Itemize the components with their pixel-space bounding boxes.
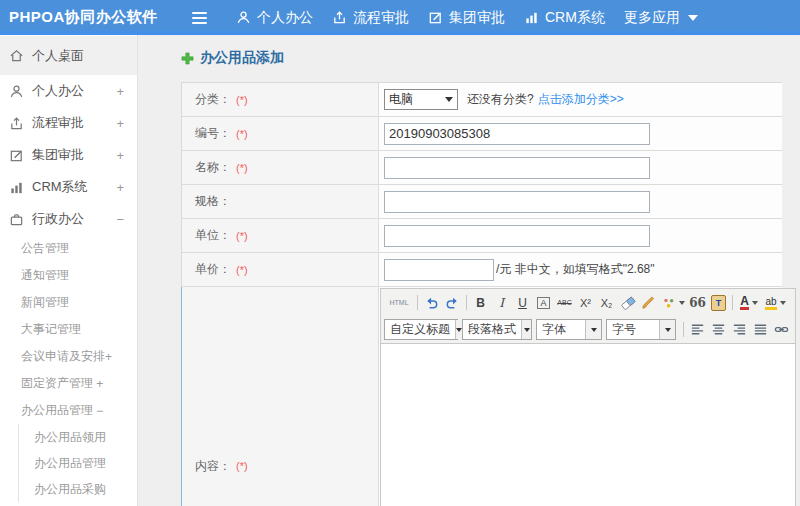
field-label: 编号： [195,125,231,142]
redo-icon[interactable] [442,292,463,313]
expand-minus: − [116,212,124,227]
undo-icon[interactable] [421,292,442,313]
caret-down-icon [659,320,675,339]
editor-toolbar-row2: 自定义标题 段落格式 字体 [381,316,795,343]
caret-down-icon [521,320,531,339]
nav-label: 集团审批 [449,9,505,27]
field-label: 规格： [195,193,231,210]
workflow-icon [332,10,347,25]
expand-plus: + [116,180,124,195]
sidebar-third-level-group: 办公用品领用 办公用品管理 办公用品采购 [18,424,137,502]
sidebar-item-supplies-purchase[interactable]: 办公用品采购 [19,476,137,502]
menu-icon[interactable] [192,8,212,28]
required-marker: (*) [236,128,248,140]
sidebar-subitem-announcement[interactable]: 公告管理 [0,235,137,262]
italic-icon[interactable]: I [491,292,512,313]
sidebar-item-supplies-manage[interactable]: 办公用品管理 [19,450,137,476]
source-code-icon[interactable]: HTML [384,292,414,313]
add-category-link[interactable]: 点击添加分类>> [538,91,624,108]
expand-plus: + [116,84,124,99]
unit-input[interactable] [384,225,650,247]
required-marker: (*) [236,230,248,242]
editor-toolbar-row1: HTML B I U [381,289,795,316]
rich-text-editor: HTML B I U [380,288,796,506]
name-input[interactable] [384,157,650,179]
bold-icon[interactable]: B [470,292,491,313]
nav-personal-office[interactable]: 个人办公 [236,9,313,27]
workflow-icon [9,116,24,131]
sidebar-item-label: 行政办公 [32,210,84,228]
sidebar-subitem-memorabilia[interactable]: 大事记管理 [0,316,137,343]
form-row-price: 单价： (*) /元 非中文，如填写格式"2.68" [182,253,782,287]
form-row-name: 名称： (*) [182,151,782,185]
caret-down-icon [679,301,685,305]
quick-format-icon[interactable] [659,292,687,313]
blockquote-icon[interactable]: 66 [687,292,708,313]
category-select[interactable]: 电脑 [384,89,458,110]
sidebar: 个人桌面 个人办公 + 流程审批 + 集团审 [0,35,138,506]
sidebar-item-admin-office[interactable]: 行政办公 − [0,203,137,235]
main-content: 办公用品添加 分类： (*) 电脑 还没有分类? 点击添加分类>> [138,35,800,506]
nav-more-apps[interactable]: 更多应用 [624,9,698,27]
sidebar-subitem-news[interactable]: 新闻管理 [0,289,137,316]
sidebar-item-label: CRM系统 [32,178,88,196]
nav-label: 流程审批 [353,9,409,27]
eraser-icon[interactable] [617,292,638,313]
sidebar-item-supplies-receive[interactable]: 办公用品领用 [19,424,137,450]
superscript-icon[interactable]: X² [575,292,596,313]
field-label: 内容： [195,458,231,475]
subscript-icon[interactable]: X₂ [596,292,617,313]
format-brush-icon[interactable] [638,292,659,313]
sidebar-subitem-notice[interactable]: 通知管理 [0,262,137,289]
caret-down-icon [688,15,698,21]
paste-text-icon[interactable]: T [708,292,729,313]
app-logo: PHPOA协同办公软件 [0,8,192,27]
sidebar-item-label: 流程审批 [32,114,84,132]
nav-crm[interactable]: CRM系统 [524,9,605,27]
sidebar-subitem-meeting[interactable]: 会议申请及安排+ [0,343,137,370]
heading-select[interactable]: 自定义标题 [384,319,458,340]
approval-icon [9,148,24,163]
required-marker: (*) [236,460,248,472]
align-justify-icon[interactable] [750,319,771,340]
spec-input[interactable] [384,191,650,213]
sidebar-item-personal-office[interactable]: 个人办公 + [0,75,137,107]
sidebar-item-label: 集团审批 [32,146,84,164]
form-row-category: 分类： (*) 电脑 还没有分类? 点击添加分类>> [182,83,782,117]
font-size-select[interactable]: 字号 [606,319,676,340]
link-icon[interactable] [771,319,792,340]
approval-icon [428,10,443,25]
highlight-color-icon[interactable]: ab [762,292,789,313]
font-family-select[interactable]: 字体 [536,319,602,340]
top-bar: PHPOA协同办公软件 个人办公 流程审批 集团审批 [0,0,800,35]
align-left-icon[interactable] [687,319,708,340]
sidebar-item-desktop[interactable]: 个人桌面 [0,36,137,75]
form-row-unit: 单位： (*) [182,219,782,253]
editor-content-area[interactable] [381,343,795,506]
caret-down-icon [585,320,601,339]
nav-group-approval[interactable]: 集团审批 [428,9,505,27]
field-label: 名称： [195,159,231,176]
sidebar-item-workflow-approval[interactable]: 流程审批 + [0,107,137,139]
nav-workflow-approval[interactable]: 流程审批 [332,9,409,27]
price-input[interactable] [384,259,494,281]
sidebar-item-group-approval[interactable]: 集团审批 + [0,139,137,171]
align-right-icon[interactable] [729,319,750,340]
home-icon [9,48,24,63]
sidebar-subitem-office-supplies[interactable]: 办公用品管理 − [0,397,137,424]
align-center-icon[interactable] [708,319,729,340]
required-marker: (*) [236,162,248,174]
sidebar-subitem-fixed-assets[interactable]: 固定资产管理 + [0,370,137,397]
sidebar-item-crm[interactable]: CRM系统 + [0,171,137,203]
font-color-icon[interactable]: A [736,292,762,313]
user-icon [236,10,251,25]
paragraph-format-select[interactable]: 段落格式 [462,319,532,340]
form-row-code: 编号： (*) [182,117,782,151]
strikethrough-icon[interactable]: ABC [554,292,575,313]
required-marker: (*) [236,264,248,276]
font-border-icon[interactable]: A [533,292,554,313]
code-input[interactable] [384,123,650,145]
sidebar-item-label: 个人办公 [32,82,84,100]
field-label: 单价： [195,261,231,278]
underline-icon[interactable]: U [512,292,533,313]
